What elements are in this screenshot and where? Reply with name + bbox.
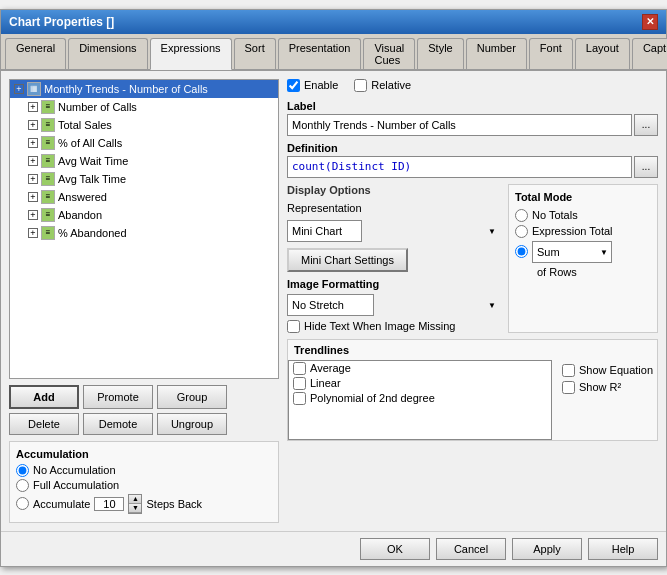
trendlines-section: Trendlines Average Linear Po xyxy=(287,339,658,441)
expr-label: % Abandoned xyxy=(58,227,127,239)
expr-label: Total Sales xyxy=(58,119,112,131)
full-accumulation-row: Full Accumulation xyxy=(16,479,272,492)
show-r2-checkbox[interactable] xyxy=(562,381,575,394)
representation-select[interactable]: Mini Chart Bar Line Symbol Gauge xyxy=(287,220,362,242)
trendlines-list[interactable]: Average Linear Polynomial of 2nd degree xyxy=(288,360,552,440)
full-accumulation-label: Full Accumulation xyxy=(33,479,119,491)
tab-expressions[interactable]: Expressions xyxy=(150,38,232,70)
expand-icon[interactable]: + xyxy=(28,156,38,166)
middle-section: Display Options Representation Mini Char… xyxy=(287,184,658,333)
steps-spinner[interactable]: ▲ ▼ xyxy=(128,494,142,514)
tab-caption[interactable]: Caption xyxy=(632,38,667,69)
mini-chart-settings-button[interactable]: Mini Chart Settings xyxy=(287,248,408,272)
add-button[interactable]: Add xyxy=(9,385,79,409)
accumulate-radio[interactable] xyxy=(16,497,29,510)
expression-list[interactable]: + ▦ Monthly Trends - Number of Calls + ≡… xyxy=(9,79,279,379)
no-totals-label: No Totals xyxy=(532,209,578,221)
close-button[interactable]: ✕ xyxy=(642,14,658,30)
spinner-up[interactable]: ▲ xyxy=(129,495,141,504)
bar-icon: ≡ xyxy=(41,208,55,222)
definition-input[interactable] xyxy=(287,156,632,178)
label-input[interactable] xyxy=(287,114,632,136)
label-ellipsis-button[interactable]: ... xyxy=(634,114,658,136)
trendlines-body: Average Linear Polynomial of 2nd degree xyxy=(288,360,657,440)
expr-item-num-calls[interactable]: + ≡ Number of Calls xyxy=(10,98,278,116)
expr-total-radio[interactable] xyxy=(515,225,528,238)
tab-visual-cues[interactable]: Visual Cues xyxy=(363,38,415,69)
right-panel: Enable Relative Label ... Definition xyxy=(287,79,658,523)
expand-icon[interactable]: + xyxy=(28,174,38,184)
no-totals-radio[interactable] xyxy=(515,209,528,222)
trend-item-linear[interactable]: Linear xyxy=(289,376,551,391)
stretch-select-wrapper: No Stretch Fill Keep Aspect xyxy=(287,294,500,316)
definition-ellipsis-button[interactable]: ... xyxy=(634,156,658,178)
expr-item-abandon[interactable]: + ≡ Abandon xyxy=(10,206,278,224)
tab-layout[interactable]: Layout xyxy=(575,38,630,69)
tab-bar: General Dimensions Expressions Sort Pres… xyxy=(1,34,666,71)
show-equation-checkbox[interactable] xyxy=(562,364,575,377)
expand-icon[interactable]: + xyxy=(28,102,38,112)
expand-icon[interactable]: + xyxy=(28,120,38,130)
expand-icon[interactable]: + xyxy=(14,84,24,94)
expr-label: Avg Wait Time xyxy=(58,155,128,167)
trendlines-options: Show Equation Show R² xyxy=(558,360,657,440)
expand-icon[interactable]: + xyxy=(28,228,38,238)
ok-button[interactable]: OK xyxy=(360,538,430,560)
delete-button[interactable]: Delete xyxy=(9,413,79,435)
expr-total-label: Expression Total xyxy=(532,225,613,237)
expr-item-pct-calls[interactable]: + ≡ % of All Calls xyxy=(10,134,278,152)
no-accumulation-radio[interactable] xyxy=(16,464,29,477)
main-content: + ▦ Monthly Trends - Number of Calls + ≡… xyxy=(1,71,666,531)
group-button[interactable]: Group xyxy=(157,385,227,409)
trend-item-average[interactable]: Average xyxy=(289,361,551,376)
tab-font[interactable]: Font xyxy=(529,38,573,69)
tab-style[interactable]: Style xyxy=(417,38,463,69)
accumulation-title: Accumulation xyxy=(16,448,272,460)
stretch-select[interactable]: No Stretch Fill Keep Aspect xyxy=(287,294,374,316)
steps-input[interactable] xyxy=(94,497,124,511)
total-mode-panel: Total Mode No Totals Expression Total xyxy=(508,184,658,333)
enable-checkbox[interactable] xyxy=(287,79,300,92)
promote-button[interactable]: Promote xyxy=(83,385,153,409)
expr-item-answered[interactable]: + ≡ Answered xyxy=(10,188,278,206)
left-panel: + ▦ Monthly Trends - Number of Calls + ≡… xyxy=(9,79,279,523)
tab-sort[interactable]: Sort xyxy=(234,38,276,69)
expr-item-monthly-trends[interactable]: + ▦ Monthly Trends - Number of Calls xyxy=(10,80,278,98)
expand-icon[interactable]: + xyxy=(28,192,38,202)
definition-field-label: Definition xyxy=(287,142,658,154)
ungroup-button[interactable]: Ungroup xyxy=(157,413,227,435)
label-input-row: ... xyxy=(287,114,658,136)
expand-icon[interactable]: + xyxy=(28,210,38,220)
spinner-down[interactable]: ▼ xyxy=(129,504,141,513)
apply-button[interactable]: Apply xyxy=(512,538,582,560)
expr-item-avg-talk[interactable]: + ≡ Avg Talk Time xyxy=(10,170,278,188)
show-equation-row: Show Equation xyxy=(562,364,653,377)
demote-button[interactable]: Demote xyxy=(83,413,153,435)
expr-item-pct-abandoned[interactable]: + ≡ % Abandoned xyxy=(10,224,278,242)
show-r2-row: Show R² xyxy=(562,381,653,394)
tab-dimensions[interactable]: Dimensions xyxy=(68,38,147,69)
tab-number[interactable]: Number xyxy=(466,38,527,69)
expand-icon[interactable]: + xyxy=(28,138,38,148)
action-buttons: Add Promote Group Delete Demote Ungroup xyxy=(9,385,279,435)
accumulate-row: Accumulate ▲ ▼ Steps Back xyxy=(16,494,272,514)
display-and-image: Display Options Representation Mini Char… xyxy=(287,184,500,333)
hide-text-checkbox[interactable] xyxy=(287,320,300,333)
trend-item-poly[interactable]: Polynomial of 2nd degree xyxy=(289,391,551,406)
hide-text-label: Hide Text When Image Missing xyxy=(304,320,455,332)
expr-item-total-sales[interactable]: + ≡ Total Sales xyxy=(10,116,278,134)
cancel-button[interactable]: Cancel xyxy=(436,538,506,560)
linear-checkbox[interactable] xyxy=(293,377,306,390)
full-accumulation-radio[interactable] xyxy=(16,479,29,492)
help-button[interactable]: Help xyxy=(588,538,658,560)
tab-presentation[interactable]: Presentation xyxy=(278,38,362,69)
expr-label: % of All Calls xyxy=(58,137,122,149)
expr-item-avg-wait[interactable]: + ≡ Avg Wait Time xyxy=(10,152,278,170)
image-formatting-label: Image Formatting xyxy=(287,278,500,290)
sum-radio[interactable] xyxy=(515,245,528,258)
average-checkbox[interactable] xyxy=(293,362,306,375)
relative-checkbox[interactable] xyxy=(354,79,367,92)
poly-checkbox[interactable] xyxy=(293,392,306,405)
sum-select[interactable]: Sum Average Count xyxy=(532,241,612,263)
tab-general[interactable]: General xyxy=(5,38,66,69)
